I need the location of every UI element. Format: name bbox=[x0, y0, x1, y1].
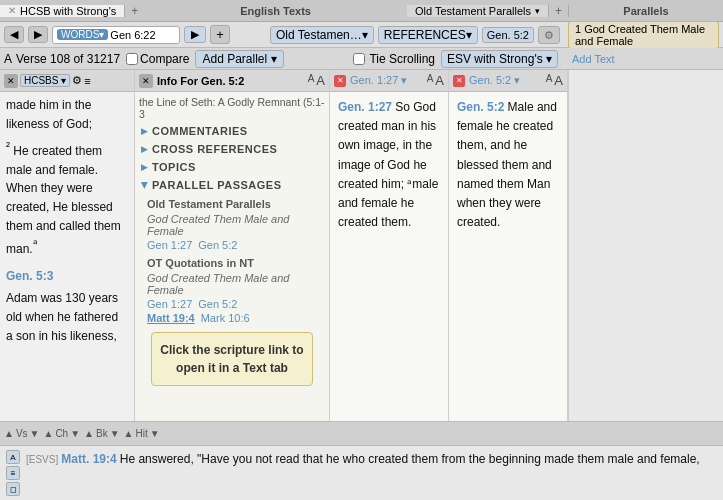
settings-icon-left[interactable]: ⚙ bbox=[72, 74, 82, 87]
matt-19-4-link[interactable]: Matt 19:4 bbox=[147, 312, 195, 324]
font-decrease-parallel2[interactable]: A bbox=[546, 73, 553, 88]
cross-references-section-header[interactable]: ▶ CROSS REFERENCES bbox=[139, 140, 325, 158]
menu-icon-left[interactable]: ≡ bbox=[84, 75, 90, 87]
gen-1-27-link-1[interactable]: Gen 1:27 bbox=[147, 239, 192, 251]
search-input[interactable] bbox=[110, 29, 175, 41]
add-parallel-button[interactable]: Add Parallel ▾ bbox=[195, 50, 283, 68]
commentaries-section-header[interactable]: ▶ COMMENTARIES bbox=[139, 122, 325, 140]
status-icon-1[interactable]: A bbox=[6, 450, 20, 464]
hit-next-button[interactable]: ▼ bbox=[150, 428, 160, 439]
add-button[interactable]: + bbox=[210, 25, 230, 44]
status-icon-3[interactable]: ◻ bbox=[6, 482, 20, 496]
vs-next-button[interactable]: ▼ bbox=[30, 428, 40, 439]
nav-back-button[interactable]: ◀ bbox=[4, 26, 24, 43]
parallel-passages-label: PARALLEL PASSAGES bbox=[152, 179, 282, 191]
toolbar-right: Old Testamen…▾ REFERENCES▾ Gen. 5:2 ⚙ 1 … bbox=[270, 21, 719, 49]
ch-label: Ch bbox=[55, 428, 68, 439]
font-controls-parallel2: A A bbox=[546, 73, 563, 88]
compare-checkbox[interactable] bbox=[126, 53, 138, 65]
settings-button[interactable]: ⚙ bbox=[538, 26, 560, 44]
go-button[interactable]: ▶ bbox=[184, 26, 206, 43]
add-tab-right-button[interactable]: + bbox=[549, 4, 568, 18]
tie-scrolling-label: Tie Scrolling bbox=[369, 52, 435, 66]
esvs-badge: [ESVS] bbox=[26, 454, 58, 465]
gen-1-27-link-2[interactable]: Gen 1:27 bbox=[147, 298, 192, 310]
ch-next-button[interactable]: ▼ bbox=[70, 428, 80, 439]
parallel-panel-gen52: ✕ Gen. 5:2 ▾ A A Gen. 5:2 Male and femal… bbox=[449, 70, 568, 421]
hit-nav: ▲ Hit ▼ bbox=[124, 428, 160, 439]
status-icon-2[interactable]: ≡ bbox=[6, 466, 20, 480]
topics-section-header[interactable]: ▶ TOPICS bbox=[139, 158, 325, 176]
old-testament-label: Old Testamen…▾ bbox=[276, 28, 368, 42]
esv-dropdown[interactable]: ESV with Strong's ▾ bbox=[441, 50, 558, 68]
add-text-button[interactable]: Add Text bbox=[568, 52, 619, 66]
triangle-icon-parallel: ▶ bbox=[140, 182, 150, 189]
parallels-section-label: Parallels bbox=[623, 5, 668, 17]
font-increase-button[interactable]: A bbox=[316, 73, 325, 88]
gen53-ref[interactable]: Gen. 5:3 bbox=[6, 269, 53, 283]
tab-ot-parallels[interactable]: Old Testament Parallels ▾ bbox=[407, 5, 549, 17]
references-label: REFERENCES▾ bbox=[384, 28, 472, 42]
chevron-down-icon: ▾ bbox=[535, 6, 540, 16]
close-panel-icon[interactable]: ✕ bbox=[4, 74, 18, 88]
hit-prev-button[interactable]: ▲ bbox=[124, 428, 134, 439]
font-increase-parallel2[interactable]: A bbox=[554, 73, 563, 88]
tab-hcsb[interactable]: ✕ HCSB with Strong's bbox=[0, 5, 125, 17]
hcsbs-dropdown[interactable]: HCSBS ▾ bbox=[20, 74, 70, 87]
search-box[interactable]: WORDS▾ bbox=[52, 26, 180, 44]
cross-references-label: CROSS REFERENCES bbox=[152, 143, 277, 155]
bk-prev-button[interactable]: ▲ bbox=[84, 428, 94, 439]
verse-row: A Verse 108 of 31217 Compare Add Paralle… bbox=[0, 48, 723, 70]
compare-checkbox-label[interactable]: Compare bbox=[126, 52, 189, 66]
close-parallel1-button[interactable]: ✕ bbox=[334, 75, 346, 87]
parallel-title-display: 1 God Created Them Male and Female bbox=[568, 21, 719, 49]
old-testament-dropdown[interactable]: Old Testamen…▾ bbox=[270, 26, 374, 44]
tie-scrolling-checkbox[interactable] bbox=[353, 53, 365, 65]
bk-next-button[interactable]: ▼ bbox=[110, 428, 120, 439]
gen127-ref-label[interactable]: Gen. 1:27 bbox=[338, 100, 392, 114]
status-ref-link[interactable]: Matt. 19:4 bbox=[61, 452, 116, 466]
ot-quotations-title: OT Quotations in NT bbox=[147, 257, 317, 269]
nav-forward-button[interactable]: ▶ bbox=[28, 26, 48, 43]
close-parallel2-button[interactable]: ✕ bbox=[453, 75, 465, 87]
font-controls-parallel1: A A bbox=[427, 73, 444, 88]
gen52-ref-label[interactable]: Gen. 5:2 bbox=[457, 100, 504, 114]
close-middle-icon[interactable]: ✕ bbox=[139, 74, 153, 88]
vs-nav: ▲ Vs ▼ bbox=[4, 428, 39, 439]
left-text-verse2: ² He created them male and female. When … bbox=[6, 137, 128, 259]
middle-panel-content: the Line of Seth: A Godly Remnant (5:1-3… bbox=[135, 92, 329, 421]
add-tab-left-button[interactable]: + bbox=[125, 4, 144, 18]
click-hint-text: Click the scripture link to open it in a… bbox=[160, 343, 303, 375]
ot-parallels-section: Old Testament Parallels God Created Them… bbox=[139, 194, 325, 398]
parallel-ref1-dropdown[interactable]: Gen. 1:27 ▾ bbox=[350, 74, 423, 87]
status-icons-group: A ≡ ◻ bbox=[6, 450, 20, 496]
right-panels-container: ✕ Gen. 1:27 ▾ A A Gen. 1:27 So God creat… bbox=[330, 70, 723, 421]
ot-item2-title: God Created Them Male and Female bbox=[147, 272, 317, 296]
font-decrease-parallel1[interactable]: A bbox=[427, 73, 434, 88]
references-button[interactable]: REFERENCES▾ bbox=[378, 26, 478, 44]
vs-prev-button[interactable]: ▲ bbox=[4, 428, 14, 439]
font-increase-parallel1[interactable]: A bbox=[435, 73, 444, 88]
parallel-ref2-dropdown[interactable]: Gen. 5:2 ▾ bbox=[469, 74, 542, 87]
words-badge[interactable]: WORDS▾ bbox=[57, 29, 108, 40]
english-texts-label: English Texts bbox=[144, 5, 407, 17]
mark-10-6-link[interactable]: Mark 10:6 bbox=[201, 312, 250, 324]
gen-5-2-link-1[interactable]: Gen 5:2 bbox=[198, 239, 237, 251]
triangle-icon-commentaries: ▶ bbox=[141, 126, 148, 136]
ot-parallels-label: Old Testament Parallels bbox=[415, 5, 531, 17]
font-decrease-button[interactable]: A bbox=[308, 73, 315, 88]
parallel-passages-section-header[interactable]: ▶ PARALLEL PASSAGES bbox=[139, 176, 325, 194]
font-size-controls: A A bbox=[308, 73, 325, 88]
parallel-panel2-header: ✕ Gen. 5:2 ▾ A A bbox=[449, 70, 567, 92]
toolbar-left: ◀ ▶ WORDS▾ ▶ + bbox=[4, 25, 266, 44]
vs-label: Vs bbox=[16, 428, 28, 439]
ch-prev-button[interactable]: ▲ bbox=[43, 428, 53, 439]
status-text-content: [ESVS] Matt. 19:4 He answered, "Have you… bbox=[26, 450, 717, 468]
gen-5-2-link-2[interactable]: Gen 5:2 bbox=[198, 298, 237, 310]
close-icon[interactable]: ✕ bbox=[8, 5, 16, 16]
parallel-panel1-header: ✕ Gen. 1:27 ▾ A A bbox=[330, 70, 448, 92]
ot-item2-links: Gen 1:27 Gen 5:2 bbox=[147, 298, 317, 310]
left-text-panel: ✕ HCSBS ▾ ⚙ ≡ made him in the likeness o… bbox=[0, 70, 135, 421]
left-panel-header: ✕ HCSBS ▾ ⚙ ≡ bbox=[0, 70, 134, 92]
verse-prefix: A bbox=[4, 52, 12, 66]
